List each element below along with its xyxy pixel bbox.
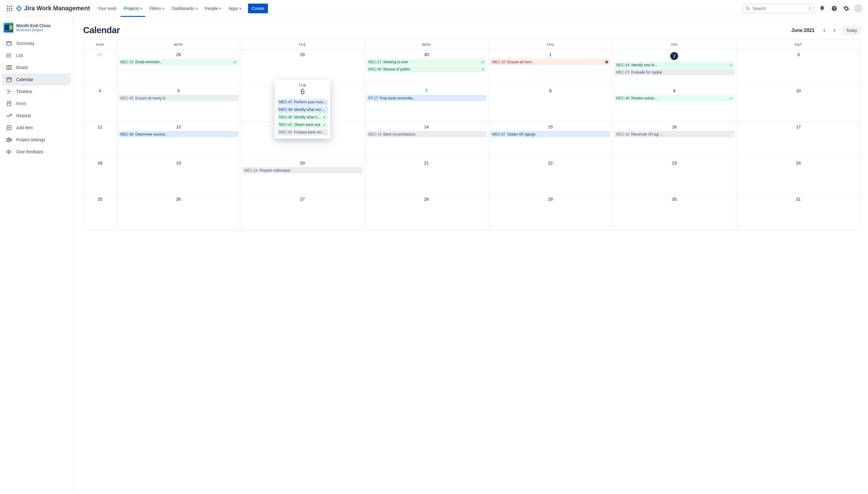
settings-icon[interactable] bbox=[842, 4, 851, 13]
svg-rect-21 bbox=[7, 65, 12, 69]
event-title: Ensure all newly hi bbox=[135, 96, 237, 100]
product-logo[interactable]: Jira Work Management bbox=[16, 5, 90, 12]
nav-apps[interactable]: Apps▾ bbox=[225, 0, 244, 17]
calendar-event[interactable]: MEC-18Reconcile AR agi ... bbox=[614, 131, 734, 137]
calendar-cell[interactable]: 21 bbox=[365, 158, 488, 194]
nav-dashboards[interactable]: Dashboards▾ bbox=[168, 0, 201, 17]
calendar-cell[interactable]: 20MEC-14Prepare rollforward bbox=[241, 158, 364, 194]
calendar-event[interactable]: MEC-44Identify new le... bbox=[614, 62, 734, 68]
calendar-cell[interactable]: 27 bbox=[84, 50, 117, 86]
calendar-cell[interactable]: 28 bbox=[365, 194, 488, 230]
sidebar-item-reports[interactable]: Reports bbox=[2, 110, 71, 122]
calendar-cell[interactable]: 10 bbox=[737, 86, 861, 122]
calendar-cell[interactable]: 31 bbox=[737, 194, 861, 230]
sidebar-item-give-feedback[interactable]: Give feedback bbox=[2, 146, 71, 158]
nav-filters[interactable]: Filters▾ bbox=[146, 0, 167, 17]
calendar-event[interactable]: MEC-45Prepare bank reco... bbox=[277, 129, 328, 136]
sidebar-item-form[interactable]: Form bbox=[2, 98, 71, 110]
chevron-down-icon: ▾ bbox=[140, 6, 142, 11]
calendar-event[interactable]: MEC-49Identify what worked bbox=[277, 106, 328, 113]
nav-projects[interactable]: Projects▾ bbox=[121, 0, 145, 17]
calendar-event[interactable]: MEC-48Review outsta... bbox=[614, 95, 734, 101]
calendar-cell[interactable]: 19 bbox=[117, 158, 241, 194]
reports-icon bbox=[6, 113, 12, 119]
calendar-cell[interactable]: 14MEC-14Bank reconciliations bbox=[365, 122, 488, 158]
nav-your-work[interactable]: Your work bbox=[95, 0, 119, 17]
calendar-event[interactable]: MEC-45Review of prelim bbox=[367, 66, 486, 72]
calendar-cell[interactable]: 2MEC-44Identify new le...MEC-23Evaluate … bbox=[612, 50, 736, 86]
calendar-event[interactable]: MEC-23Email reminder... bbox=[118, 59, 238, 65]
create-button[interactable]: Create bbox=[248, 4, 268, 13]
search-input[interactable]: / bbox=[743, 4, 815, 13]
form-icon bbox=[6, 101, 12, 107]
calendar-cell[interactable]: 3 bbox=[737, 50, 861, 86]
app-switcher-icon[interactable] bbox=[5, 4, 15, 13]
sidebar-item-summary[interactable]: Summary bbox=[2, 37, 71, 50]
svg-rect-13 bbox=[7, 42, 12, 45]
search-field[interactable] bbox=[753, 6, 805, 11]
event-key: MEC-23 bbox=[616, 70, 629, 74]
event-key: MEC-48 bbox=[616, 96, 629, 100]
calendar-cell[interactable]: 27 bbox=[241, 194, 364, 230]
nav-people[interactable]: People▾ bbox=[202, 0, 224, 17]
calendar-cell[interactable]: 8 bbox=[488, 86, 612, 122]
sidebar-item-add-item[interactable]: Add item bbox=[2, 122, 71, 134]
calendar-cell[interactable]: 5MEC-45Ensure all newly hi bbox=[117, 86, 241, 122]
error-icon bbox=[605, 60, 609, 64]
help-icon[interactable]: ? bbox=[829, 4, 839, 13]
calendar-cell[interactable]: 15MEC-57Obtain AR agings bbox=[488, 122, 612, 158]
today-button[interactable]: Today bbox=[843, 25, 861, 35]
chevron-down-icon: ▾ bbox=[162, 6, 164, 11]
calendar-cell[interactable]: 9MEC-48Review outsta... bbox=[612, 86, 736, 122]
calendar-cell[interactable]: 18 bbox=[84, 158, 117, 194]
day-number: 26 bbox=[118, 196, 238, 203]
calendar-cell[interactable]: 1MEC-20Ensure all mon... bbox=[488, 50, 612, 86]
calendar-event[interactable]: MEC-57Obtain AR agings bbox=[491, 131, 610, 137]
prev-month-button[interactable] bbox=[819, 25, 829, 35]
calendar-event[interactable]: MEC-20Ensure all mon... bbox=[491, 59, 610, 65]
calendar-event[interactable]: MEC-47Perform post mort... bbox=[277, 99, 328, 106]
calendar-event[interactable]: MEC-27Meeting to over bbox=[367, 59, 486, 65]
project-name: Month End Close bbox=[16, 23, 51, 28]
svg-point-6 bbox=[7, 10, 8, 11]
calendar-cell[interactable]: 12MEC-56Determine resoluti.. bbox=[117, 122, 241, 158]
check-icon bbox=[729, 96, 733, 100]
calendar-cell[interactable]: 24 bbox=[737, 158, 861, 194]
calendar-cell[interactable]: 17 bbox=[737, 122, 861, 158]
profile-avatar[interactable] bbox=[853, 4, 863, 13]
notifications-icon[interactable] bbox=[817, 4, 827, 13]
calendar-cell[interactable]: 16MEC-18Reconcile AR agi ... bbox=[612, 122, 736, 158]
calendar-event[interactable]: MEC-48Identify what n... bbox=[277, 114, 328, 120]
calendar-event[interactable]: MEC-45Ensure all newly hi bbox=[118, 95, 238, 101]
calendar-cell[interactable]: 28MEC-23Email reminder... bbox=[117, 50, 241, 86]
calendar-event[interactable]: MEC-14Bank reconciliations bbox=[367, 131, 486, 137]
calendar-cell[interactable]: 22 bbox=[488, 158, 612, 194]
sidebar-item-timeline[interactable]: Timeline bbox=[2, 86, 71, 98]
calendar-event[interactable]: PT-27Prep bank reconcilia... bbox=[367, 95, 486, 101]
calendar-cell[interactable]: 25 bbox=[84, 194, 117, 230]
calendar-cell[interactable]: 29 bbox=[488, 194, 612, 230]
summary-icon bbox=[6, 40, 12, 46]
next-month-button[interactable] bbox=[830, 25, 839, 35]
project-header[interactable]: Month End Close Business project bbox=[2, 23, 71, 37]
calendar-cell[interactable]: 30MEC-27Meeting to overMEC-45Review of p… bbox=[365, 50, 488, 86]
event-key: MEC-57 bbox=[492, 132, 505, 136]
calendar-cell[interactable]: 7PT-27Prep bank reconcilia... bbox=[365, 86, 488, 122]
event-title: Identify what n... bbox=[294, 115, 321, 119]
sidebar-item-list[interactable]: List bbox=[2, 50, 71, 61]
sidebar-item-calendar[interactable]: Calendar bbox=[2, 74, 71, 86]
calendar-cell[interactable]: 23 bbox=[612, 158, 736, 194]
sidebar-item-project-settings[interactable]: Project settings bbox=[2, 134, 71, 146]
calendar-cell[interactable]: 4 bbox=[84, 86, 117, 122]
calendar-event[interactable]: MEC-42Obtain bank stat bbox=[277, 121, 328, 128]
calendar-cell[interactable]: 26 bbox=[117, 194, 241, 230]
day-number: 20 bbox=[242, 160, 362, 167]
calendar-cell[interactable]: 11 bbox=[84, 122, 117, 158]
sidebar-item-board[interactable]: Board bbox=[2, 61, 71, 74]
calendar-event[interactable]: MEC-14Prepare rollforward bbox=[242, 167, 362, 173]
day-number: 24 bbox=[738, 160, 858, 167]
day-number: 9 bbox=[614, 88, 734, 95]
calendar-event[interactable]: MEC-56Determine resoluti.. bbox=[118, 131, 238, 137]
calendar-cell[interactable]: 30 bbox=[612, 194, 736, 230]
calendar-event[interactable]: MEC-23Evaluate for capital bbox=[614, 69, 734, 75]
